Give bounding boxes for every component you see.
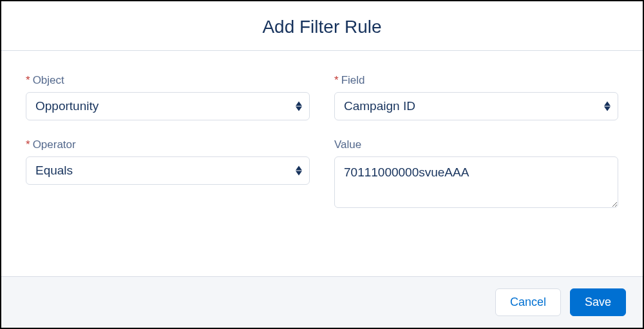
field-field-group: Field Campaign ID [334, 74, 618, 120]
object-select-value: Opportunity [26, 92, 310, 120]
save-button[interactable]: Save [570, 288, 626, 316]
object-field-group: Object Opportunity [26, 74, 310, 120]
value-input[interactable] [334, 156, 618, 208]
operator-select[interactable]: Equals [26, 156, 310, 185]
operator-field-group: Operator Equals [26, 138, 310, 208]
value-label: Value [334, 138, 618, 151]
dialog-body: Object Opportunity Field Campaign ID Ope… [1, 51, 643, 276]
operator-select-value: Equals [26, 156, 310, 185]
object-select[interactable]: Opportunity [26, 92, 310, 120]
field-select-value: Campaign ID [334, 92, 618, 120]
dialog-footer: Cancel Save [1, 276, 643, 328]
operator-label: Operator [26, 138, 310, 151]
dialog-title: Add Filter Rule [1, 17, 643, 37]
field-label: Field [334, 74, 618, 87]
cancel-button[interactable]: Cancel [495, 288, 561, 316]
value-field-group: Value [334, 138, 618, 208]
dialog-header: Add Filter Rule [1, 1, 643, 51]
field-select[interactable]: Campaign ID [334, 92, 618, 120]
object-label: Object [26, 74, 310, 87]
